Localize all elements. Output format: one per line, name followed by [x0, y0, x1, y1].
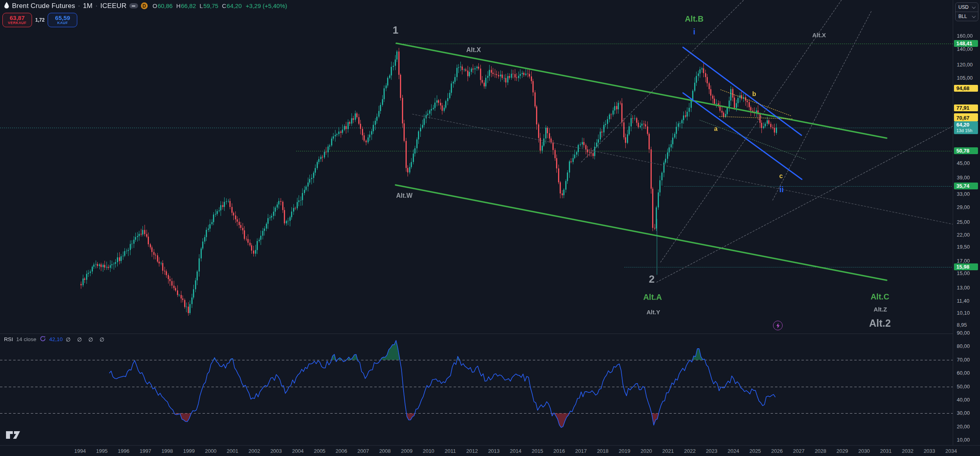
- sell-label: VERKAUF: [8, 21, 26, 25]
- key-price-label: 50,78: [954, 147, 978, 154]
- year-label: 1994: [74, 448, 86, 454]
- currency-label: USD: [958, 4, 968, 10]
- close-label: C: [222, 2, 226, 9]
- wave-annotation-alt-a[interactable]: Alt.A: [643, 293, 662, 302]
- rsi-tick: 70,00: [957, 357, 970, 363]
- low-value: 59,75: [203, 2, 219, 9]
- price-tick: 45,00: [957, 160, 970, 166]
- wave-annotation-alt-y[interactable]: Alt.Y: [647, 309, 660, 315]
- minus-badge-icon[interactable]: [129, 3, 138, 8]
- rsi-refresh-icon[interactable]: [40, 335, 46, 343]
- year-label: 2032: [902, 448, 914, 454]
- buy-button[interactable]: 65,59 KAUF: [48, 13, 77, 27]
- title-separator: ·: [78, 2, 80, 10]
- year-label: 2026: [771, 448, 783, 454]
- year-label: 2027: [793, 448, 805, 454]
- chevron-down-icon: [972, 14, 976, 18]
- unit-selector: USD BLL: [955, 2, 978, 21]
- chevron-down-icon: [972, 5, 976, 9]
- timeframe-label[interactable]: 1M: [83, 2, 92, 10]
- year-label: 2002: [249, 448, 260, 454]
- year-label: 2017: [575, 448, 587, 454]
- year-label: 2001: [227, 448, 238, 454]
- unit-selector-row[interactable]: BLL: [956, 12, 978, 21]
- wave-annotation-i[interactable]: i: [693, 27, 695, 36]
- year-label: 2029: [837, 448, 848, 454]
- lightning-icon[interactable]: [773, 321, 783, 330]
- rsi-indicator-legend: RSI 14 close 42,10 ∅ ∅ ∅ ∅: [4, 335, 107, 343]
- wave-annotation-2[interactable]: 2: [649, 273, 655, 285]
- price-tick: 19,50: [957, 244, 970, 250]
- ohlc-values: O60,86 H66,82 L59,75 C64,20 +3,29 (+5,40…: [153, 2, 287, 9]
- rsi-tick: 90,00: [957, 330, 970, 336]
- year-label: 1997: [140, 448, 151, 454]
- wave-annotation-a[interactable]: a: [714, 125, 718, 133]
- wave-annotation-alt-c[interactable]: Alt.C: [871, 292, 890, 301]
- title-separator: ·: [95, 2, 97, 10]
- wave-annotation-c[interactable]: c: [779, 173, 783, 180]
- change-value: +3,29 (+5,40%): [246, 2, 287, 9]
- year-label: 2000: [205, 448, 217, 454]
- wave-annotation-alt-2[interactable]: Alt.2: [869, 317, 891, 329]
- wave-annotation-alt-z[interactable]: Alt.Z: [874, 306, 887, 313]
- price-tick: 8,95: [957, 322, 967, 328]
- year-label: 2006: [335, 448, 347, 454]
- wave-annotation-1[interactable]: 1: [393, 24, 398, 36]
- year-label: 2010: [423, 448, 434, 454]
- year-label: 2030: [858, 448, 870, 454]
- tradingview-chart-app: 1Alt.XAlt.WAlt.BiAlt.Xbacii2Alt.AAlt.YAl…: [0, 0, 980, 456]
- sell-button[interactable]: 63,87 VERKAUF: [2, 13, 32, 27]
- currency-selector[interactable]: USD: [956, 3, 978, 12]
- buy-price: 65,59: [55, 15, 70, 21]
- price-tick: 29,00: [957, 204, 970, 210]
- wave-annotation-b[interactable]: b: [752, 90, 756, 98]
- price-tick: 105,00: [957, 75, 973, 81]
- price-axis[interactable]: USD BLL 160,00140,00120,00105,0045,0039,…: [953, 0, 980, 456]
- rsi-empty-values: ∅ ∅ ∅ ∅: [66, 336, 107, 343]
- year-label: 2015: [532, 448, 543, 454]
- alert-price-label: 77,91: [954, 104, 978, 111]
- pane-separator[interactable]: [0, 333, 953, 334]
- wave-annotation-ii[interactable]: ii: [779, 185, 783, 194]
- year-label: 2003: [270, 448, 282, 454]
- year-label: 2019: [619, 448, 631, 454]
- year-label: 1995: [96, 448, 108, 454]
- symbol-droplet-icon: [4, 2, 9, 10]
- wave-annotation-alt-x[interactable]: Alt.X: [812, 32, 826, 38]
- rsi-tick: 20,00: [957, 424, 970, 430]
- price-tick: 25,00: [957, 219, 970, 225]
- low-label: L: [200, 2, 203, 9]
- time-axis[interactable]: 1994199519961997199819992000200120022003…: [0, 445, 980, 456]
- tradingview-logo[interactable]: [6, 431, 22, 441]
- wave-annotation-alt-w[interactable]: Alt.W: [396, 192, 413, 199]
- trade-panel: 63,87 VERKAUF 1,72 65,59 KAUF: [2, 13, 77, 27]
- rsi-chart-canvas[interactable]: [0, 333, 953, 445]
- open-label: O: [153, 2, 157, 9]
- symbol-title[interactable]: Brent Crude Futures: [12, 2, 75, 10]
- high-value: 66,82: [181, 2, 196, 9]
- price-tick: 33,00: [957, 191, 970, 197]
- exchange-label[interactable]: ICEEUR: [100, 2, 127, 10]
- rsi-title[interactable]: RSI: [4, 336, 13, 342]
- year-label: 2033: [924, 448, 935, 454]
- delayed-data-badge[interactable]: D: [141, 2, 148, 9]
- year-label: 2012: [466, 448, 478, 454]
- year-label: 2008: [379, 448, 391, 454]
- price-tick: 140,00: [957, 46, 973, 52]
- key-price-label: 148,41: [954, 40, 978, 47]
- year-label: 2007: [357, 448, 369, 454]
- symbol-legend: Brent Crude Futures · 1M · ICEEUR D O60,…: [4, 2, 287, 10]
- year-label: 2013: [488, 448, 500, 454]
- price-tick: 17,00: [957, 258, 970, 264]
- year-label: 2004: [292, 448, 304, 454]
- rsi-value: 42,10: [49, 336, 63, 342]
- wave-annotation-alt-x[interactable]: Alt.X: [466, 46, 481, 54]
- wave-annotation-alt-b[interactable]: Alt.B: [685, 14, 704, 24]
- key-price-label: 35,74: [954, 183, 978, 189]
- year-label: 2023: [706, 448, 717, 454]
- rsi-tick: 30,00: [957, 410, 970, 416]
- year-label: 2009: [401, 448, 413, 454]
- year-label: 2005: [314, 448, 325, 454]
- close-value: 64,20: [227, 2, 242, 9]
- year-label: 1996: [118, 448, 129, 454]
